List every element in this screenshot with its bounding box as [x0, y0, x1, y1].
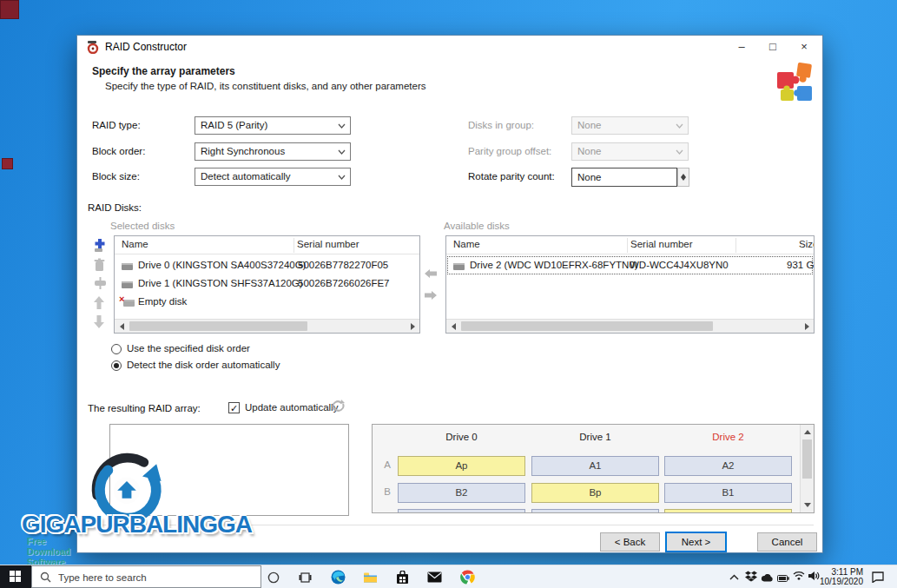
tray-expand-icon[interactable]: [729, 572, 739, 583]
close-button[interactable]: ×: [789, 36, 819, 58]
chevron-down-icon: [676, 123, 683, 129]
disk-icon: [122, 263, 133, 270]
spin-up-icon[interactable]: [681, 171, 686, 177]
empty-disk-icon: [123, 300, 135, 307]
refresh-icon: [331, 400, 346, 414]
clock-time: 3:11 PM: [815, 567, 863, 577]
disk-name: Empty disk: [138, 296, 187, 307]
empty-disk-icon: [93, 277, 109, 293]
add-disk-icon[interactable]: [93, 238, 109, 254]
raid-type-label: RAID type:: [92, 116, 141, 135]
raid-constructor-window: RAID Constructor – □ × Specify the array…: [76, 35, 823, 553]
disk-icon: [453, 263, 465, 270]
available-disks-caption: Available disks: [444, 221, 510, 231]
taskbar-search[interactable]: [31, 565, 261, 588]
chevron-down-icon: [338, 123, 346, 129]
remove-disk-icon: [93, 258, 109, 274]
column-name[interactable]: Name: [122, 239, 148, 249]
vertical-scrollbar[interactable]: [800, 425, 814, 512]
scroll-up-icon[interactable]: [804, 430, 811, 434]
table-row[interactable]: Drive 0 (KINGSTON SA400S37240G) 50026B77…: [115, 257, 419, 275]
scroll-left-icon[interactable]: [115, 320, 129, 333]
horizontal-scrollbar[interactable]: [115, 319, 419, 333]
array-preview-box: [109, 424, 349, 516]
file-explorer-icon[interactable]: [359, 568, 380, 586]
scroll-left-icon[interactable]: [446, 320, 460, 333]
spin-down-icon[interactable]: [681, 177, 686, 183]
radio-icon[interactable]: [111, 360, 122, 371]
disk-serial: WD-WCC4J4XU8YN0: [630, 260, 729, 270]
disk-serial: 50026B7266026FE7: [298, 278, 390, 288]
disks-in-group-label: Disks in group:: [468, 116, 534, 135]
available-disks-header[interactable]: Name Serial number Size: [446, 236, 814, 254]
maximize-button[interactable]: □: [758, 36, 788, 58]
matrix-col-drive0: Drive 0: [398, 432, 525, 442]
scrollbar-thumb[interactable]: [802, 439, 812, 479]
taskbar-clock[interactable]: 3:11 PM 10/19/2020: [815, 567, 863, 586]
minimize-button[interactable]: –: [727, 36, 756, 58]
wifi-icon[interactable]: [793, 571, 805, 582]
action-center-icon[interactable]: [872, 571, 884, 585]
disk-name: Drive 2 (WDC WD10EFRX-68FYTN0): [470, 260, 638, 270]
desktop-shortcut-icon[interactable]: [0, 0, 19, 19]
matrix-cell: [398, 509, 525, 513]
selected-disks-table[interactable]: Name Serial number Drive 0 (KINGSTON SA4…: [114, 235, 420, 334]
onedrive-icon[interactable]: [761, 573, 774, 584]
block-order-select[interactable]: Right Synchronous: [195, 142, 351, 161]
start-button[interactable]: [0, 565, 31, 588]
radio-icon[interactable]: [111, 344, 122, 354]
search-icon: [40, 571, 51, 583]
matrix-cell: B2: [398, 483, 525, 503]
raid-type-value: RAID 5 (Parity): [201, 120, 267, 130]
table-row-selected[interactable]: Drive 2 (WDC WD10EFRX-68FYTN0) WD-WCC4J4…: [447, 256, 813, 274]
scroll-down-icon[interactable]: [804, 503, 811, 507]
raid-disks-label: RAID Disks:: [88, 202, 142, 213]
scrollbar-thumb[interactable]: [129, 321, 307, 331]
desktop: RAID Constructor – □ × Specify the array…: [0, 0, 897, 588]
block-size-label: Block size:: [92, 168, 140, 186]
battery-icon[interactable]: [777, 573, 789, 584]
mail-icon[interactable]: [424, 568, 445, 586]
matrix-cell: [664, 509, 792, 513]
cortana-icon[interactable]: [263, 568, 284, 586]
rotate-parity-count-input[interactable]: None: [571, 168, 677, 187]
back-button[interactable]: < Back: [600, 532, 660, 552]
desktop-shortcut-icon-2[interactable]: [2, 158, 13, 169]
table-row[interactable]: Drive 1 (KINGSTON SHFS37A120G) 50026B726…: [115, 275, 419, 294]
rotate-parity-count-spinner[interactable]: [677, 168, 689, 187]
block-size-select[interactable]: Detect automatically: [195, 168, 351, 186]
cancel-button[interactable]: Cancel: [757, 532, 817, 552]
matrix-cell: A2: [664, 456, 792, 476]
selected-disks-header[interactable]: Name Serial number: [115, 236, 419, 254]
microsoft-store-icon[interactable]: [392, 568, 412, 586]
task-view-icon[interactable]: [294, 568, 315, 586]
windows-logo-icon: [10, 571, 22, 583]
radio-label: Detect the disk order automatically: [127, 360, 280, 370]
block-order-value: Right Synchronous: [201, 146, 285, 156]
column-size[interactable]: Size: [799, 239, 815, 249]
move-to-selected-icon: [424, 268, 439, 279]
column-serial[interactable]: Serial number: [297, 239, 359, 249]
edge-icon[interactable]: [327, 568, 348, 586]
chrome-icon[interactable]: [457, 568, 478, 586]
table-row[interactable]: × Empty disk: [115, 294, 419, 312]
raid-layout-matrix[interactable]: Drive 0 Drive 1 Drive 2 A Ap A1 A2 B B2 …: [372, 424, 815, 513]
scrollbar-thumb[interactable]: [461, 321, 713, 331]
scroll-right-icon[interactable]: [406, 320, 419, 333]
rotate-parity-count-label: Rotate parity count:: [468, 168, 555, 186]
wizard-step-subtitle: Specify the type of RAID, its constituen…: [105, 81, 425, 91]
matrix-cell: [531, 509, 659, 513]
checkbox-icon[interactable]: ✓: [228, 402, 240, 413]
column-serial[interactable]: Serial number: [630, 239, 693, 249]
next-button[interactable]: Next >: [666, 532, 726, 552]
column-name[interactable]: Name: [453, 239, 480, 249]
horizontal-scrollbar[interactable]: [446, 319, 814, 333]
matrix-row-label-b: B: [381, 486, 393, 497]
raid-type-select[interactable]: RAID 5 (Parity): [195, 116, 351, 135]
dropbox-icon[interactable]: [745, 571, 757, 584]
search-input[interactable]: [58, 570, 254, 585]
available-disks-table[interactable]: Name Serial number Size Drive 2 (WDC WD1…: [445, 235, 815, 334]
scroll-right-icon[interactable]: [800, 320, 814, 333]
title-bar[interactable]: RAID Constructor – □ ×: [77, 36, 822, 58]
clock-date: 10/19/2020: [815, 577, 863, 586]
